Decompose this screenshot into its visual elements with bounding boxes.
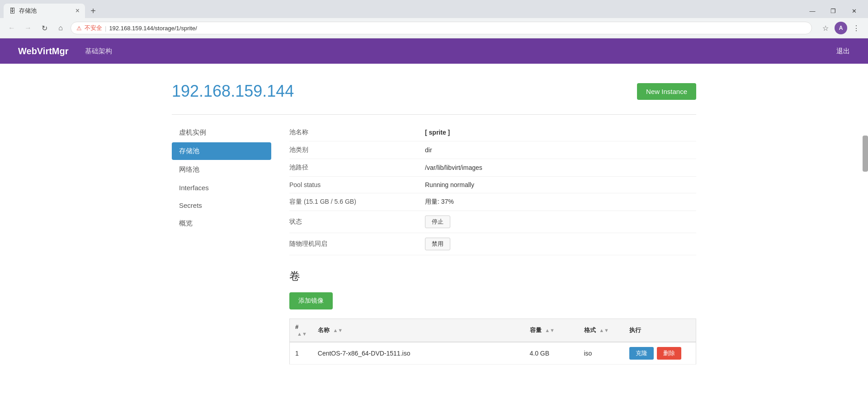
pool-status-label: Pool status: [289, 181, 425, 188]
sidebar-network-label: 网络池: [179, 165, 199, 173]
volumes-title: 卷: [289, 269, 696, 283]
pool-type-label: 池类别: [289, 146, 425, 154]
size-sort-icon[interactable]: ▲▼: [545, 328, 555, 333]
pool-autostart-label: 随物理机同启: [289, 240, 425, 248]
pool-type-value: dir: [425, 146, 696, 154]
menu-button[interactable]: ⋮: [850, 22, 863, 34]
home-button[interactable]: ⌂: [54, 22, 67, 34]
sidebar: 虚机实例 存储池 网络池 Interfaces Secrets 概览: [172, 124, 271, 365]
url-input[interactable]: ⚠ 不安全 | 192.168.159.144/storage/1/sprite…: [71, 22, 812, 34]
browser-actions: ☆ A ⋮: [819, 22, 863, 34]
pool-state-value: 停止: [425, 216, 696, 228]
pool-state-row: 状态 停止: [289, 211, 696, 233]
url-text: 192.168.159.144/storage/1/sprite/: [109, 25, 197, 32]
content-layout: 虚机实例 存储池 网络池 Interfaces Secrets 概览: [172, 124, 696, 365]
volumes-table: # ▲▼ 名称 ▲▼ 容量 ▲▼ 格式 ▲▼: [289, 319, 696, 365]
pool-name-label: 池名称: [289, 128, 425, 136]
minimize-button[interactable]: —: [802, 4, 823, 18]
page-header: 192.168.159.144 New Instance: [172, 82, 696, 101]
sidebar-interfaces-label: Interfaces: [179, 184, 209, 192]
pool-autostart-value: 禁用: [425, 238, 696, 250]
pool-path-label: 池路径: [289, 164, 425, 172]
sidebar-vm-label: 虚机实例: [179, 128, 206, 136]
tab-favicon: 🗄: [9, 7, 15, 14]
table-row: 1 CentOS-7-x86_64-DVD-1511.iso 4.0 GB is…: [290, 342, 696, 365]
bookmark-button[interactable]: ☆: [819, 22, 832, 34]
header-divider: [172, 114, 696, 115]
pool-type-row: 池类别 dir: [289, 141, 696, 159]
name-sort-icon[interactable]: ▲▼: [333, 328, 343, 333]
refresh-button[interactable]: ↻: [38, 22, 51, 34]
browser-chrome: 🗄 存储池 × + — ❐ ✕ ← → ↻ ⌂ ⚠ 不安全 | 192.168.…: [0, 0, 868, 38]
browser-tab[interactable]: 🗄 存储池 ×: [4, 4, 85, 18]
forward-button[interactable]: →: [22, 22, 34, 34]
sidebar-item-secrets[interactable]: Secrets: [172, 197, 271, 214]
sidebar-item-overview[interactable]: 概览: [172, 215, 271, 232]
clone-button[interactable]: 克隆: [629, 347, 654, 360]
pool-capacity-value: 用量: 37%: [425, 198, 696, 206]
sidebar-item-network[interactable]: 网络池: [172, 161, 271, 178]
pool-state-label: 状态: [289, 218, 425, 226]
logout-button[interactable]: 退出: [836, 47, 850, 56]
col-name: 名称 ▲▼: [312, 319, 524, 342]
table-header-row: # ▲▼ 名称 ▲▼ 容量 ▲▼ 格式 ▲▼: [290, 319, 696, 342]
url-security-label: 不安全: [85, 24, 102, 32]
nav-infrastructure-link[interactable]: 基础架构: [80, 43, 118, 59]
maximize-button[interactable]: ❐: [823, 4, 844, 18]
disable-button[interactable]: 禁用: [425, 238, 450, 250]
col-index: # ▲▼: [290, 319, 312, 342]
pool-status-row: Pool status Running normally: [289, 177, 696, 193]
sidebar-item-storage[interactable]: 存储池: [172, 142, 271, 160]
pool-capacity-label: 容量 (15.1 GB / 5.6 GB): [289, 198, 425, 206]
col-format: 格式 ▲▼: [579, 319, 624, 342]
detail-panel: 池名称 [ sprite ] 池类别 dir 池路径 /var/lib/libv…: [289, 124, 696, 365]
pool-path-value: /var/lib/libvirt/images: [425, 164, 696, 171]
pool-info-table: 池名称 [ sprite ] 池类别 dir 池路径 /var/lib/libv…: [289, 124, 696, 255]
sidebar-secrets-label: Secrets: [179, 201, 202, 209]
url-divider: |: [105, 25, 106, 32]
tab-close-icon[interactable]: ×: [75, 7, 80, 15]
sidebar-overview-label: 概览: [179, 219, 193, 227]
app-logo: WebVirtMgr: [18, 46, 69, 56]
stop-button[interactable]: 停止: [425, 216, 450, 228]
index-sort-icon[interactable]: ▲▼: [297, 331, 307, 337]
delete-button[interactable]: 删除: [657, 347, 681, 360]
page-title: 192.168.159.144: [172, 82, 294, 101]
format-sort-icon[interactable]: ▲▼: [599, 328, 609, 333]
address-bar: ← → ↻ ⌂ ⚠ 不安全 | 192.168.159.144/storage/…: [0, 18, 868, 38]
row-name: CentOS-7-x86_64-DVD-1511.iso: [312, 342, 524, 365]
sidebar-storage-label: 存储池: [179, 147, 199, 155]
col-size: 容量 ▲▼: [524, 319, 579, 342]
row-format: iso: [579, 342, 624, 365]
security-indicator: ⚠: [76, 25, 82, 32]
sidebar-item-vm[interactable]: 虚机实例: [172, 124, 271, 141]
pool-name-row: 池名称 [ sprite ]: [289, 124, 696, 141]
top-navigation: WebVirtMgr 基础架构 退出: [0, 38, 868, 64]
scrollbar[interactable]: [863, 136, 868, 172]
pool-name-value: [ sprite ]: [425, 129, 696, 136]
row-actions: 克隆 删除: [624, 342, 696, 365]
new-instance-button[interactable]: New Instance: [637, 83, 696, 100]
main-content: 192.168.159.144 New Instance 虚机实例 存储池 网络…: [145, 64, 723, 383]
pool-autostart-row: 随物理机同启 禁用: [289, 233, 696, 255]
tab-title: 存储池: [19, 7, 37, 15]
pool-path-row: 池路径 /var/lib/libvirt/images: [289, 159, 696, 177]
close-button[interactable]: ✕: [844, 4, 864, 18]
pool-status-value: Running normally: [425, 181, 696, 188]
back-button[interactable]: ←: [5, 22, 18, 34]
row-index: 1: [290, 342, 312, 365]
new-tab-button[interactable]: +: [87, 5, 99, 17]
col-action: 执行: [624, 319, 696, 342]
row-size: 4.0 GB: [524, 342, 579, 365]
sidebar-item-interfaces[interactable]: Interfaces: [172, 179, 271, 196]
add-image-button[interactable]: 添加镜像: [289, 292, 333, 309]
pool-capacity-row: 容量 (15.1 GB / 5.6 GB) 用量: 37%: [289, 193, 696, 211]
profile-button[interactable]: A: [835, 22, 847, 34]
